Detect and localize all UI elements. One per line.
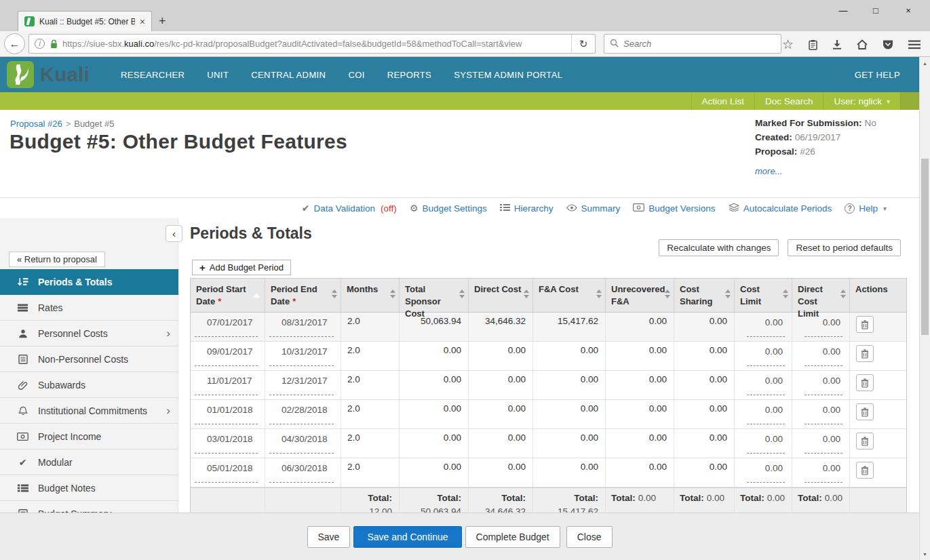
editable-cost_limit[interactable]: 0.00 — [735, 400, 792, 428]
doc-search-link[interactable]: Doc Search — [754, 92, 824, 110]
more-link[interactable]: more... — [755, 166, 782, 176]
editable-direct_cost_limit[interactable]: 0.00 — [792, 400, 850, 428]
editable-direct_cost_limit[interactable]: 0.00 — [792, 342, 850, 370]
reload-icon[interactable]: ↻ — [572, 38, 595, 50]
autocalculate-periods-button[interactable]: Autocalculate Periods — [729, 203, 832, 214]
editable-end[interactable]: 10/31/2017 — [265, 342, 341, 370]
get-help-link[interactable]: GET HELP — [855, 57, 900, 92]
page-info-icon[interactable]: i — [35, 39, 45, 49]
menu-hamburger-icon[interactable] — [908, 40, 921, 49]
budget-settings-button[interactable]: ⚙ Budget Settings — [410, 203, 487, 214]
minimize-button[interactable]: — — [827, 0, 859, 20]
delete-period-button[interactable] — [856, 374, 874, 391]
editable-end[interactable]: 02/28/2018 — [265, 400, 341, 428]
page-scrollbar[interactable]: ▲ ▼ — [919, 57, 930, 560]
editable-cost_limit[interactable]: 0.00 — [735, 371, 792, 399]
reading-list-icon[interactable] — [809, 39, 817, 50]
editable-direct_cost_limit[interactable]: 0.00 — [792, 371, 850, 399]
sidebar-item-subawards[interactable]: Subawards — [0, 372, 178, 398]
downloads-icon[interactable] — [832, 39, 842, 49]
sidebar-item-non-personnel-costs[interactable]: Non-Personnel Costs — [0, 346, 178, 372]
close-budget-button[interactable]: Close — [566, 526, 613, 548]
search-bar[interactable] — [604, 34, 781, 54]
tab-close-icon[interactable]: × — [140, 17, 145, 26]
column-header-direct[interactable]: Direct Cost — [469, 279, 533, 312]
sidebar-item-periods-totals[interactable]: Periods & Totals — [0, 269, 178, 295]
back-button[interactable]: ← — [4, 33, 25, 54]
sidebar-collapse-button[interactable]: ‹ — [166, 225, 182, 242]
editable-cost_limit[interactable]: 0.00 — [735, 458, 792, 487]
scrollbar-up-icon[interactable]: ▲ — [920, 58, 930, 68]
editable-start[interactable]: 11/01/2017 — [191, 371, 265, 399]
column-header-end[interactable]: Period End Date* — [265, 279, 341, 312]
editable-direct_cost_limit[interactable]: 0.00 — [792, 429, 850, 458]
editable-start[interactable]: 05/01/2018 — [191, 458, 265, 487]
help-button[interactable]: ? Help ▾ — [845, 203, 887, 214]
column-header-fa[interactable]: F&A Cost — [533, 279, 606, 312]
reset-defaults-button[interactable]: Reset to period defaults — [788, 239, 901, 256]
add-budget-period-button[interactable]: + Add Budget Period — [192, 260, 291, 275]
new-tab-button[interactable]: + — [159, 14, 166, 28]
editable-end[interactable]: 06/30/2018 — [265, 458, 341, 487]
column-header-months[interactable]: Months — [341, 279, 400, 312]
editable-end[interactable]: 04/30/2018 — [265, 429, 341, 458]
data-validation-button[interactable]: ✔ Data Validation (off) — [302, 203, 397, 214]
save-button[interactable]: Save — [307, 526, 351, 548]
user-menu[interactable]: User: nglick▾ — [823, 92, 900, 110]
editable-start[interactable]: 07/01/2017 — [191, 313, 265, 341]
sidebar-item-personnel-costs[interactable]: Personnel Costs › — [0, 321, 178, 346]
budget-versions-button[interactable]: Budget Versions — [633, 203, 715, 214]
return-to-proposal-button[interactable]: « Return to proposal — [9, 252, 105, 267]
close-button[interactable]: × — [892, 0, 925, 20]
sidebar-item-budget-summary[interactable]: Budget Summary — [0, 501, 178, 513]
bookmark-star-icon[interactable]: ☆ — [782, 38, 794, 51]
nav-item-reports[interactable]: REPORTS — [387, 70, 431, 80]
complete-budget-button[interactable]: Complete Budget — [465, 526, 560, 548]
editable-cost_limit[interactable]: 0.00 — [735, 342, 792, 370]
sidebar-item-budget-notes[interactable]: Budget Notes — [0, 475, 178, 501]
nav-item-central-admin[interactable]: CENTRAL ADMIN — [251, 70, 326, 80]
editable-cost_limit[interactable]: 0.00 — [735, 313, 792, 341]
editable-direct_cost_limit[interactable]: 0.00 — [792, 458, 850, 487]
column-header-direct_cost_limit[interactable]: Direct Cost Limit — [792, 279, 850, 312]
delete-period-button[interactable] — [856, 316, 874, 333]
delete-period-button[interactable] — [856, 433, 874, 449]
maximize-button[interactable]: □ — [859, 0, 892, 20]
recalculate-button[interactable]: Recalculate with changes — [659, 239, 779, 256]
column-header-start[interactable]: Period Start Date* — [191, 279, 265, 312]
breadcrumb-proposal-link[interactable]: Proposal #26 — [10, 119, 62, 129]
summary-button[interactable]: Summary — [566, 203, 621, 214]
editable-start[interactable]: 01/01/2018 — [191, 400, 265, 428]
sidebar-item-institutional-commitments[interactable]: Institutional Commitments › — [0, 398, 178, 424]
delete-period-button[interactable] — [856, 345, 874, 362]
hierarchy-button[interactable]: Hierarchy — [500, 203, 554, 214]
save-and-continue-button[interactable]: Save and Continue — [353, 526, 461, 548]
column-header-total_sponsor[interactable]: Total Sponsor Cost — [400, 279, 469, 312]
sidebar-item-project-income[interactable]: Project Income — [0, 424, 178, 449]
delete-period-button[interactable] — [856, 403, 874, 420]
column-header-unrecovered[interactable]: Unrecovered F&A — [606, 279, 674, 312]
nav-item-system-admin-portal[interactable]: SYSTEM ADMIN PORTAL — [454, 70, 562, 80]
nav-item-coi[interactable]: COI — [348, 70, 364, 80]
url-bar[interactable]: i https://siue-sbx.kuali.co/res/kc-pd-kr… — [28, 34, 596, 54]
editable-end[interactable]: 08/31/2017 — [265, 313, 341, 341]
search-input[interactable] — [623, 39, 775, 49]
nav-item-researcher[interactable]: RESEARCHER — [121, 70, 185, 80]
home-icon[interactable] — [857, 39, 868, 49]
sidebar-item-modular[interactable]: ✔ Modular — [0, 449, 178, 475]
scrollbar-thumb[interactable] — [921, 159, 929, 335]
editable-direct_cost_limit[interactable]: 0.00 — [792, 313, 850, 341]
editable-cost_limit[interactable]: 0.00 — [735, 429, 792, 458]
delete-period-button[interactable] — [856, 462, 874, 479]
browser-tab[interactable]: Kuali :: Budget #5: Other Bud × — [18, 11, 152, 31]
column-header-cost_sharing[interactable]: Cost Sharing — [674, 279, 735, 312]
editable-start[interactable]: 09/01/2017 — [191, 342, 265, 370]
editable-start[interactable]: 03/01/2018 — [191, 429, 265, 458]
pocket-shield-icon[interactable] — [883, 39, 893, 49]
nav-item-unit[interactable]: UNIT — [207, 70, 229, 80]
action-list-link[interactable]: Action List — [691, 92, 754, 110]
column-header-cost_limit[interactable]: Cost Limit — [735, 279, 792, 312]
editable-end[interactable]: 12/31/2017 — [265, 371, 341, 399]
scrollbar-down-icon[interactable]: ▼ — [920, 549, 930, 559]
kuali-logo[interactable]: Kuali — [7, 61, 90, 88]
